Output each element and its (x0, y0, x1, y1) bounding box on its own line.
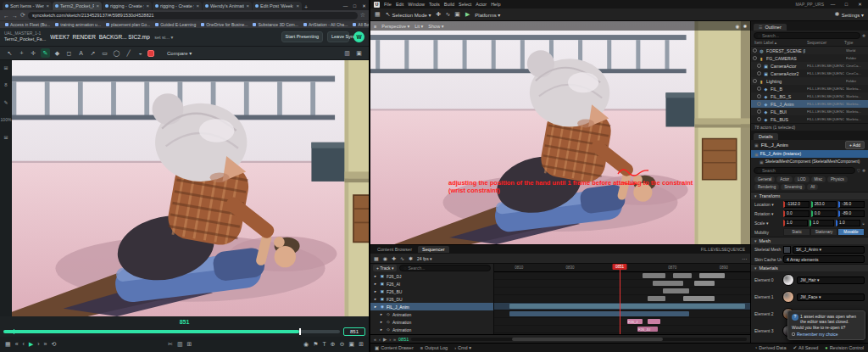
flag-annotation-icon[interactable]: ⚑ (313, 341, 318, 348)
url-field[interactable]: syncsketch.com/sketch/2134529137/#/59891… (28, 12, 358, 20)
chevron-right-icon[interactable]: ▸ (379, 312, 384, 316)
remember-choice-option[interactable]: Remember my choice (792, 332, 861, 337)
timeline-lane[interactable] (494, 272, 750, 280)
timeline-lane[interactable] (494, 280, 750, 288)
pencil-tool-icon[interactable]: ✎ (41, 48, 50, 58)
play-button-icon[interactable]: ▶ (29, 341, 33, 348)
menu-tools[interactable]: Tools (429, 2, 440, 7)
component-row[interactable]: ▣SkeletalMeshComponent (SkeletalMeshComp… (751, 158, 868, 165)
cinematics-icon[interactable]: ▣ (454, 11, 460, 18)
zoom-in-icon[interactable]: ⊕ (331, 341, 336, 348)
sequencer-track-row[interactable]: ▸◇Animation (370, 318, 493, 326)
bookmark-item[interactable]: Guided E-Learning (155, 22, 196, 27)
tab-outliner[interactable]: ☰Outliner (754, 24, 787, 31)
skeletal-mesh-asset-dropdown[interactable]: SK_J_Anim ▾ (793, 246, 865, 254)
column-type[interactable]: Type (844, 41, 865, 45)
outliner-row[interactable]: ◆FIL_BFILL.LEVELSEQUENCESkeleta... (751, 85, 868, 92)
outliner-row[interactable]: ◆FIL_J_AnimFILL.LEVELSEQUENCESkeleta... (751, 100, 868, 108)
filter-chip-physics[interactable]: Physics (827, 176, 848, 182)
browser-tab[interactable]: Edit Post 'Week 6 Fo...× (253, 2, 302, 10)
chevron-right-icon[interactable]: ▸ (373, 289, 378, 293)
tab-close-icon[interactable]: × (296, 3, 299, 8)
timeline-clip[interactable] (509, 304, 745, 309)
filter-chip-lod[interactable]: LOD (794, 176, 809, 182)
add-component-button[interactable]: + Add (845, 141, 865, 149)
tab-close-icon[interactable]: × (246, 3, 249, 8)
viewport-settings-icon[interactable]: ✱ (743, 24, 747, 29)
arrow-tool-icon[interactable]: ↗ (88, 48, 97, 58)
zoom-level[interactable]: 100% (1, 117, 12, 122)
visibility-eye-icon[interactable] (757, 109, 761, 114)
component-row[interactable]: ▣FIL_J_Anim (Instance) (751, 150, 868, 158)
chevron-right-icon[interactable]: ▸ (373, 297, 378, 301)
menu-file[interactable]: File (384, 2, 392, 7)
set-status-dropdown[interactable]: set st... ▾ (154, 35, 173, 40)
step-back-icon[interactable]: ‹ (379, 337, 381, 342)
transform-label[interactable]: Scale ▾ (754, 221, 782, 226)
revision-control[interactable]: ●Revision Control (825, 345, 864, 350)
sequencer-playhead[interactable] (620, 264, 620, 334)
jump-end-icon[interactable]: » (44, 341, 47, 348)
sequencer-track-row[interactable]: ▸▣F26_AI (370, 280, 493, 288)
pan-tool-icon[interactable]: ✛ (29, 48, 38, 58)
new-tab-button[interactable]: + (304, 4, 308, 10)
timeline-clip[interactable]: F26_J (627, 319, 643, 324)
menu-select[interactable]: Select (459, 2, 471, 7)
outliner-row[interactable]: ▮FG_CAMERASFolder (751, 54, 868, 62)
viewport-menu-icon[interactable]: ≡ (374, 24, 376, 29)
pen-icon[interactable]: ✎ (3, 99, 8, 105)
bookmark-item[interactable]: Access in Fleet (Bu... (5, 22, 50, 27)
visibility-eye-icon[interactable] (753, 48, 757, 53)
curves-icon[interactable]: ∿ (400, 255, 404, 261)
loop-toggle-icon[interactable]: ▦ (5, 341, 11, 348)
brush-size-value[interactable]: 8 (4, 82, 7, 87)
add-track-icon-icon[interactable]: ✚ (392, 255, 396, 261)
outliner-row[interactable]: ◆FIL_BUSFILL.LEVELSEQUENCESkeleta... (751, 115, 868, 123)
fit-view-icon[interactable]: ▣ (349, 341, 355, 348)
checkbox[interactable] (792, 332, 795, 336)
timeline-lane[interactable] (494, 310, 750, 318)
selection-mode-dropdown[interactable]: ↖Selection Mode ▾ (386, 11, 431, 18)
timeline-clip[interactable] (653, 281, 683, 286)
mesh-section-header[interactable]: ▾ Mesh (751, 237, 868, 244)
timeline-lane[interactable]: F26_J (494, 318, 750, 326)
eyedropper-tool-icon[interactable]: ◒ (136, 48, 145, 58)
menu-edit[interactable]: Edit (396, 2, 403, 7)
y-value-field[interactable]: 1.0 (810, 220, 834, 226)
maximize-icon[interactable]: □ (350, 2, 359, 10)
sequencer-track-row[interactable]: ▸◉FIL_J_Anim (370, 303, 493, 310)
play-sequence-icon[interactable]: ▶ (383, 337, 387, 342)
select-tool-icon[interactable]: ↖ (5, 48, 14, 58)
unreal-logo[interactable]: U (374, 2, 380, 8)
close-icon[interactable]: ✕ (855, 0, 865, 8)
z-value-field[interactable]: -89.0 (838, 210, 865, 217)
lit-dropdown[interactable]: Lit ▾ (415, 24, 423, 29)
annotation-marker[interactable] (14, 329, 14, 334)
show-dropdown[interactable]: Show ▾ (428, 24, 443, 29)
browser-tab[interactable]: rigging - Create you...× (103, 2, 152, 10)
save-sequence-icon[interactable]: ▦ (374, 255, 379, 261)
track-search-input[interactable]: ◌Search... (399, 265, 491, 271)
visibility-toggle-icon[interactable]: ◉ (303, 341, 309, 348)
timeline-clip[interactable] (683, 296, 714, 301)
review-canvas[interactable] (12, 60, 369, 316)
bookmark-star-icon[interactable]: ☆ (360, 12, 365, 19)
panel-toggle-icon[interactable]: ▣ (354, 48, 364, 58)
current-frame-field[interactable]: 0851 (398, 337, 409, 342)
lock-icon[interactable]: ◒ (862, 221, 865, 226)
color-swatch-red[interactable] (147, 50, 154, 57)
text-tool-icon[interactable]: A (76, 48, 86, 58)
browser-tab[interactable]: rigging - Create you...× (153, 2, 202, 10)
text-overlay-icon[interactable]: T (322, 341, 326, 348)
timeline-clip[interactable] (648, 296, 665, 301)
perspective-dropdown[interactable]: Perspective ▾ (381, 24, 409, 29)
filter-chip-all[interactable]: All (807, 184, 818, 190)
outliner-row[interactable]: ▣CameraActorFILL.LEVELSEQUENCECineCa... (751, 62, 868, 70)
transform-section-header[interactable]: ▾ Transform (751, 192, 868, 199)
step-forward-icon[interactable]: › (389, 337, 391, 342)
grid-view-icon[interactable]: ⊞ (359, 341, 364, 348)
visibility-eye-icon[interactable] (757, 64, 761, 68)
timeline-lane[interactable] (494, 303, 750, 310)
bookmark-item[interactable]: training animation u... (55, 22, 101, 27)
filter-chip-general[interactable]: General (754, 176, 775, 182)
